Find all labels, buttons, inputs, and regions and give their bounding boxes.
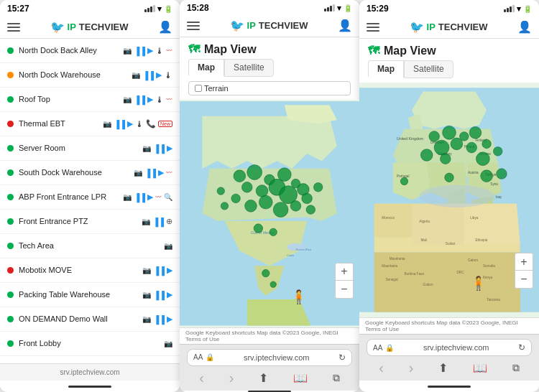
camera-item-front-lobby[interactable]: Front Lobby 📷 bbox=[0, 332, 180, 356]
address-bar-2[interactable]: AA 🔒 srv.iptechview.com ↻ bbox=[187, 349, 352, 366]
video-icon: 📷 bbox=[164, 340, 172, 347]
play-icon: ▶ bbox=[147, 192, 153, 202]
logo-2: 🐦 IPTECHVIEW bbox=[230, 19, 308, 32]
camera-item-mobotix[interactable]: Mobotix MOVE 📷 ▐▐ ▶ bbox=[0, 258, 180, 283]
battery-icon-2: 🔋 bbox=[344, 4, 352, 12]
camera-item-abp-front[interactable]: ABP Front Entrance LPR 📷 ▐▐ ▶ 〰 🔍 bbox=[0, 185, 180, 210]
svg-point-31 bbox=[419, 185, 494, 207]
camera-item-server-room[interactable]: Server Room 📷 ▐▐ ▶ bbox=[0, 136, 180, 161]
address-text-2: srv.iptechview.com bbox=[217, 353, 336, 362]
terrain-button-2[interactable]: Terrain bbox=[188, 81, 351, 95]
camera-item-thermal-ebt[interactable]: Thermal EBT 📷 ▐▐ ▶ 🌡 📞 New bbox=[0, 112, 180, 136]
hamburger-button-2[interactable] bbox=[187, 22, 200, 30]
video-icon: 📷 bbox=[123, 95, 132, 103]
camera-item-front-entrance-ptz[interactable]: Front Entrance PTZ 📷 ▐▐ ⊕ bbox=[0, 210, 180, 234]
wifi-icon-1: ▾ bbox=[157, 4, 162, 14]
back-button-2[interactable]: ‹ bbox=[199, 370, 204, 386]
map-tab-map-2[interactable]: Map bbox=[188, 59, 224, 77]
map-title-icon-3: 🗺 bbox=[368, 45, 379, 57]
camera-name: Roof Top bbox=[19, 95, 123, 104]
tabs-button-3[interactable]: ⧉ bbox=[512, 362, 520, 374]
map-title-3: 🗺 Map View bbox=[359, 39, 539, 60]
lock-icon-2: 🔒 bbox=[206, 353, 214, 361]
svg-point-25 bbox=[254, 224, 263, 233]
logo-techview-3: TECHVIEW bbox=[438, 22, 488, 32]
logo-bird-3: 🐦 bbox=[410, 20, 424, 34]
hamburger-button-1[interactable] bbox=[7, 23, 20, 32]
phone-icon: 📞 bbox=[146, 119, 156, 129]
camera-item-packing-table[interactable]: Packing Table Warehouse 📷 ▐▐ ▶ bbox=[0, 283, 180, 307]
svg-text:Puerto Rico: Puerto Rico bbox=[295, 248, 311, 251]
svg-text:Tanzania: Tanzania bbox=[487, 298, 500, 302]
wave-icon: 〰 bbox=[166, 169, 172, 177]
reload-icon-3[interactable]: ↻ bbox=[518, 342, 525, 353]
top-nav-1: 🐦 IPTECHVIEW 👤 bbox=[0, 16, 180, 39]
reload-icon-2[interactable]: ↻ bbox=[338, 353, 346, 363]
map-tab-satellite-3[interactable]: Satellite bbox=[404, 60, 453, 78]
camera-icons: 📷 ▐▐ ▶ bbox=[142, 290, 172, 299]
wave-icon: 〰 bbox=[166, 96, 172, 103]
svg-point-5 bbox=[234, 170, 246, 182]
tabs-button-2[interactable]: ⧉ bbox=[333, 372, 340, 384]
status-dot-red bbox=[7, 121, 14, 127]
bookmarks-button-2[interactable]: 📖 bbox=[293, 371, 308, 385]
camera-icons: 📷 ▐▐ ▶ bbox=[142, 144, 172, 153]
user-icon-1[interactable]: 👤 bbox=[158, 20, 172, 34]
camera-item-south-dock[interactable]: South Dock Warehouse 📷 ▐▐ ▶ 〰 bbox=[0, 161, 180, 185]
svg-point-19 bbox=[259, 195, 272, 209]
map-tab-map-3[interactable]: Map bbox=[368, 60, 404, 78]
terrain-checkbox-2[interactable] bbox=[195, 85, 202, 92]
camera-item-north-dock-back[interactable]: North Dock Back Alley 📷 ▐▐ ▶ 🌡 〰 bbox=[0, 39, 180, 63]
bars-icon: ▐▐ bbox=[134, 193, 145, 202]
camera-name: North Dock Back Alley bbox=[19, 46, 123, 55]
camera-item-roof-top[interactable]: Roof Top 📷 ▐▐ ▶ 🌡 〰 bbox=[0, 88, 180, 112]
map-footer-3: Google Keyboard shortcuts Map data ©2023… bbox=[359, 317, 539, 334]
map-screen-3: 🗺 Map View Map Satellite bbox=[359, 39, 539, 334]
user-icon-2[interactable]: 👤 bbox=[338, 19, 352, 32]
camera-item-on-demand[interactable]: ON DEMAND Demo Wall 📷 ▐▐ ▶ bbox=[0, 307, 180, 332]
user-icon-3[interactable]: 👤 bbox=[517, 20, 532, 34]
status-icons-1: ▾ 🔋 bbox=[144, 4, 172, 14]
camera-name: Front Lobby bbox=[19, 339, 164, 348]
browser-controls-2: ‹ › ⬆ 📖 ⧉ bbox=[187, 370, 352, 386]
forward-button-3[interactable]: › bbox=[409, 360, 414, 376]
map-tab-satellite-2[interactable]: Satellite bbox=[224, 59, 274, 77]
camera-icons: 📷 ▐▐ ▶ 〰 bbox=[134, 168, 172, 177]
target-icon: ⊕ bbox=[166, 217, 172, 226]
camera-icons: 📷 ▐▐ ▶ 〰 🔍 bbox=[123, 192, 172, 202]
share-button-3[interactable]: ⬆ bbox=[438, 361, 448, 375]
svg-point-60 bbox=[443, 126, 456, 139]
zoom-in-button-3[interactable]: + bbox=[515, 253, 533, 271]
map-footer-2: Google Keyboard shortcuts Map data ©2023… bbox=[180, 327, 359, 344]
svg-point-8 bbox=[277, 168, 291, 182]
camera-item-tech-area[interactable]: Tech Area 📷 bbox=[0, 234, 180, 258]
address-text-3: srv.iptechview.com bbox=[397, 343, 515, 352]
svg-point-73 bbox=[481, 170, 493, 182]
camera-name: Tech Area bbox=[19, 241, 164, 251]
back-button-3[interactable]: ‹ bbox=[379, 360, 384, 376]
address-bar-3[interactable]: AA 🔒 srv.iptechview.com ↻ bbox=[367, 339, 532, 356]
camera-name: Thermal EBT bbox=[19, 119, 103, 129]
share-button-2[interactable]: ⬆ bbox=[259, 371, 268, 385]
svg-text:Algeria: Algeria bbox=[419, 220, 430, 223]
bars-icon: ▐▐ bbox=[153, 315, 165, 324]
url-bar-1: srv.iptechview.com bbox=[0, 363, 180, 381]
bars-icon: ▐▐ bbox=[152, 218, 164, 226]
svg-text:United Kingdom: United Kingdom bbox=[397, 136, 423, 141]
camera-icons: 📷 bbox=[164, 340, 172, 347]
zoom-out-button-3[interactable]: − bbox=[515, 271, 533, 288]
zoom-in-button-2[interactable]: + bbox=[336, 263, 353, 281]
svg-text:Gabon: Gabon bbox=[468, 258, 478, 262]
top-nav-3: 🐦 IPTECHVIEW 👤 bbox=[359, 16, 539, 39]
bars-icon: ▐▐ bbox=[153, 266, 165, 275]
forward-button-2[interactable]: › bbox=[229, 370, 234, 386]
camera-item-north-dock-warehouse[interactable]: North Dock Warehouse 📷 ▐▐ ▶ 🌡 bbox=[0, 63, 180, 88]
svg-point-69 bbox=[476, 152, 490, 166]
video-icon: 📷 bbox=[134, 169, 142, 177]
video-icon: 📷 bbox=[142, 144, 151, 152]
bookmarks-button-3[interactable]: 📖 bbox=[473, 361, 487, 375]
svg-text:Burkina Faso: Burkina Faso bbox=[405, 272, 425, 276]
zoom-out-button-2[interactable]: − bbox=[336, 281, 353, 298]
hamburger-button-3[interactable] bbox=[367, 23, 379, 32]
browser-controls-3: ‹ › ⬆ 📖 ⧉ bbox=[367, 360, 532, 376]
